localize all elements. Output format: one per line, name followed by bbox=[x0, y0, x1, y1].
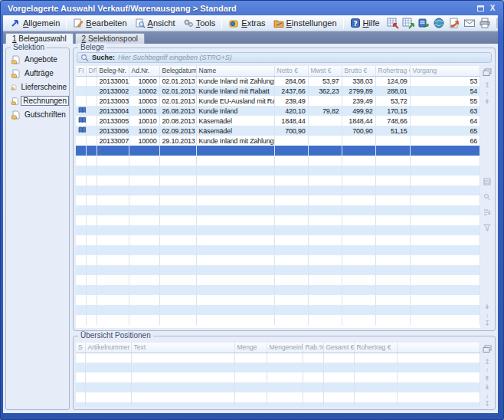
cell-belegdatum[interactable]: 29.10.2013 /Di bbox=[159, 136, 196, 146]
cell-name[interactable]: Kunde Inland mit Rabatt bbox=[196, 86, 274, 96]
col-header-ad-nr[interactable]: Ad.Nr. bbox=[129, 66, 159, 76]
cell-fi[interactable] bbox=[76, 86, 86, 96]
table-import-icon[interactable] bbox=[402, 17, 414, 29]
scroll-page-up-icon[interactable]: ↟ bbox=[484, 98, 490, 107]
menu-tools[interactable]: Tools bbox=[179, 17, 220, 29]
cell-fi[interactable] bbox=[76, 126, 86, 136]
cell-name[interactable] bbox=[196, 146, 274, 156]
cell-rohertrag[interactable]: 288,01 bbox=[375, 86, 410, 96]
menu-ansicht[interactable]: Ansicht bbox=[131, 17, 179, 29]
cell-fi[interactable] bbox=[76, 146, 86, 156]
cell-belegdatum[interactable]: 02.09.2013 /Mo bbox=[159, 126, 196, 136]
cell-netto[interactable]: 700,90 bbox=[274, 126, 308, 136]
cell-brutto[interactable] bbox=[342, 146, 375, 156]
cell-rohertrag[interactable]: 748,66 bbox=[375, 116, 410, 126]
cell-belegdatum[interactable]: 02.01.2013 /Mi bbox=[159, 86, 196, 96]
cell-rohertrag[interactable]: 170,15 bbox=[375, 106, 410, 116]
cell-belegdatum[interactable]: 20.08.2013 /Di bbox=[159, 116, 196, 126]
table-row[interactable]: 201330021000202.01.2013 /MiKunde Inland … bbox=[76, 86, 480, 96]
menu-extras[interactable]: Extras bbox=[224, 17, 269, 29]
selected-row[interactable] bbox=[76, 146, 480, 156]
cell-vorgang[interactable] bbox=[410, 146, 480, 156]
cell-ad_nr[interactable]: 10000 bbox=[129, 76, 159, 86]
cell-fi[interactable] bbox=[76, 96, 86, 106]
col-header-menge[interactable]: Menge bbox=[234, 343, 267, 353]
cell-dr[interactable] bbox=[86, 126, 97, 136]
col-header-rohertrag[interactable]: Rohertrag € bbox=[375, 66, 410, 76]
cell-brutto[interactable]: 239,49 bbox=[342, 96, 375, 106]
col-header-text[interactable]: Text bbox=[131, 343, 234, 353]
cell-dr[interactable] bbox=[86, 76, 97, 86]
cell-netto[interactable]: 239,49 bbox=[274, 96, 308, 106]
col-header-blank[interactable] bbox=[397, 343, 480, 353]
col-header-netto[interactable]: Netto € bbox=[274, 66, 308, 76]
data-export-icon[interactable] bbox=[417, 17, 430, 29]
col-header-beleg-nr[interactable]: Beleg-Nr.▼ bbox=[97, 66, 129, 76]
cell-mwst[interactable]: 53,97 bbox=[308, 76, 342, 86]
print-icon[interactable] bbox=[479, 17, 491, 29]
cell-belegdatum[interactable]: 02.01.2013 /Mi bbox=[159, 96, 196, 106]
cell-dr[interactable] bbox=[86, 136, 97, 146]
scroll-down-icon[interactable]: ↓ bbox=[486, 392, 489, 400]
cell-belegdatum[interactable]: 02.01.2013 /Mi bbox=[159, 76, 196, 86]
cell-rohertrag[interactable]: 53,72 bbox=[375, 96, 410, 106]
menu-hilfe[interactable]: ? Hilfe bbox=[346, 17, 384, 29]
cell-vorgang[interactable]: 65 bbox=[410, 126, 480, 136]
cell-brutto[interactable]: 2799,89 bbox=[342, 86, 375, 96]
cell-ad_nr[interactable]: 10003 bbox=[129, 96, 159, 106]
menu-bearbeiten[interactable]: Bearbeiten bbox=[69, 17, 130, 29]
col-header-dr[interactable]: DR bbox=[86, 66, 97, 76]
cell-belegdatum[interactable]: 26.08.2013 /Mo bbox=[159, 106, 196, 116]
cell-name[interactable]: Kunde Inland bbox=[196, 106, 274, 116]
table-view-icon[interactable] bbox=[483, 175, 491, 189]
column-chooser-icon[interactable] bbox=[483, 343, 492, 356]
cell-netto[interactable] bbox=[274, 146, 308, 156]
col-header-fi[interactable]: FI bbox=[76, 66, 86, 76]
col-header-rab[interactable]: Rab.% bbox=[303, 343, 323, 353]
cell-ad_nr[interactable]: 10002 bbox=[129, 86, 159, 96]
cell-netto[interactable]: 2437,66 bbox=[274, 86, 308, 96]
cell-vorgang[interactable]: 55 bbox=[410, 96, 480, 106]
cell-brutto[interactable]: 700,90 bbox=[342, 126, 375, 136]
cell-mwst[interactable] bbox=[308, 136, 342, 146]
cell-ad_nr[interactable]: 10010 bbox=[129, 126, 159, 136]
table-row[interactable]: 201330051001020.08.2013 /DiKäsemädel1848… bbox=[76, 116, 480, 126]
cell-brutto[interactable] bbox=[342, 136, 375, 146]
cell-beleg_nr[interactable]: 20133002 bbox=[97, 86, 129, 96]
cell-dr[interactable] bbox=[86, 116, 97, 126]
cell-dr[interactable] bbox=[86, 146, 97, 156]
filter-icon[interactable] bbox=[483, 221, 491, 235]
scroll-last-icon[interactable]: ↧ bbox=[484, 400, 490, 409]
web-icon[interactable] bbox=[433, 17, 445, 29]
table-row[interactable]: 201330031000302.01.2013 /MiKunde EU-Ausl… bbox=[76, 96, 480, 106]
menu-einstellungen[interactable]: Einstellungen bbox=[270, 17, 341, 29]
cell-beleg_nr[interactable]: 20133007 bbox=[97, 136, 129, 146]
cell-vorgang[interactable]: 64 bbox=[410, 116, 480, 126]
cell-mwst[interactable] bbox=[308, 116, 342, 126]
sidebar-item-rechnungen[interactable]: Rechnungen bbox=[11, 96, 69, 106]
cell-beleg_nr[interactable]: 20133001 bbox=[97, 76, 129, 86]
cell-mwst[interactable]: 79,82 bbox=[308, 106, 342, 116]
sidebar-item-aufträge[interactable]: Aufträge bbox=[11, 68, 69, 78]
scroll-page-down-icon[interactable]: ↡ bbox=[484, 383, 490, 392]
cell-vorgang[interactable]: 66 bbox=[410, 136, 480, 146]
scroll-down-icon[interactable]: ↓ bbox=[486, 311, 489, 320]
scroll-page-up-icon[interactable]: ↟ bbox=[484, 375, 490, 383]
cell-ad_nr[interactable]: 10000 bbox=[129, 136, 159, 146]
col-header-artikelnummer[interactable]: Artikelnummer bbox=[85, 343, 131, 353]
cell-rohertrag[interactable] bbox=[375, 136, 410, 146]
col-header-s[interactable]: S bbox=[76, 343, 85, 353]
cell-rohertrag[interactable]: 124,09 bbox=[375, 76, 410, 86]
table-row[interactable]: 201330061001002.09.2013 /MoKäsemädel700,… bbox=[76, 126, 480, 136]
cell-rohertrag[interactable]: 51,15 bbox=[375, 126, 410, 136]
tab-belegauswahl[interactable]: 1 Belegauswahl bbox=[5, 33, 74, 44]
scroll-up-icon[interactable]: ↑ bbox=[486, 366, 489, 375]
cell-vorgang[interactable]: 54 bbox=[410, 86, 480, 96]
search-list-icon[interactable] bbox=[483, 190, 491, 204]
cell-brutto[interactable]: 338,03 bbox=[342, 76, 375, 86]
scroll-page-down-icon[interactable]: ↡ bbox=[484, 303, 490, 311]
col-header-vorgang[interactable]: Vorgang bbox=[410, 66, 480, 76]
col-header-name[interactable]: Name bbox=[196, 66, 274, 76]
scroll-up-icon[interactable]: ↑ bbox=[486, 90, 489, 98]
scroll-last-icon[interactable]: ↧ bbox=[484, 320, 490, 328]
